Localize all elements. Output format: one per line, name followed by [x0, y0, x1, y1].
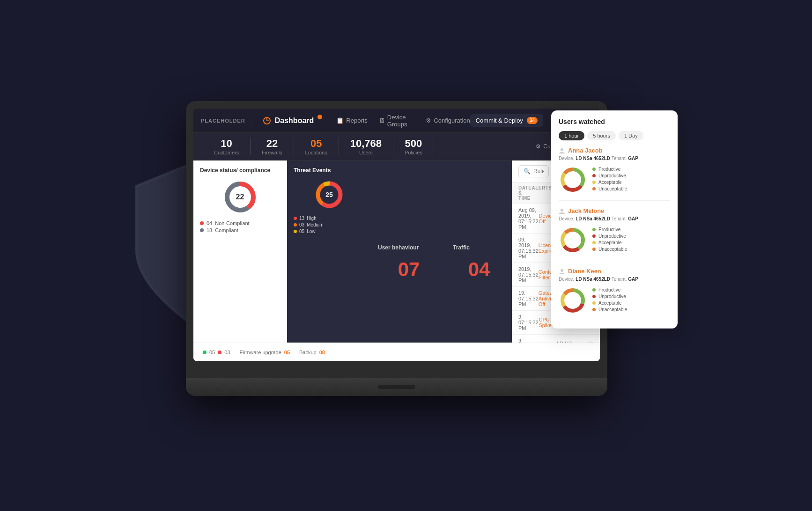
laptop-base: [186, 378, 607, 396]
non-compliant-count: 04: [207, 220, 212, 226]
legend-item-unacceptable: Unacceptable: [592, 247, 670, 252]
top-navigation: PLACEHOLDER Dashboard 📋 Reports: [193, 109, 600, 133]
legend-dot-icon: [592, 168, 596, 171]
filter-1day[interactable]: 1 Day: [619, 131, 643, 140]
user-header: Jack Melone: [559, 207, 670, 214]
customize-icon: ⚙: [536, 143, 541, 150]
search-icon: 🔍: [524, 168, 531, 175]
configuration-label: Configuration: [434, 117, 470, 124]
stat-locations: 05 Locations: [294, 138, 339, 155]
legend-dot-icon: [592, 288, 596, 292]
search-input-wrapper[interactable]: 🔍: [518, 165, 549, 177]
user-donut-chart: [559, 166, 587, 194]
svg-point-20: [561, 269, 563, 272]
main-content-area: Device status/ compliance 22 04 Non-Comp…: [193, 161, 600, 361]
svg-point-10: [561, 148, 563, 151]
laptop-notch: [378, 385, 415, 389]
traffic-title: Traffic: [453, 244, 470, 251]
nav-reports[interactable]: 📋 Reports: [336, 114, 368, 128]
filter-5hours[interactable]: 5 hours: [587, 131, 616, 140]
user-header: Diane Keen: [559, 268, 670, 275]
placeholder-label: PLACEHOLDER: [201, 118, 255, 124]
legend-label: Acceptable: [598, 180, 621, 185]
user-item: Diane Keen Device. LD NSa 4652LD Tenant.…: [559, 268, 670, 321]
device-status-donut: 22: [221, 178, 259, 216]
bottom-item-backup: Backup 08: [299, 350, 325, 355]
user-behaviour-panel: User behaviour 07: [371, 161, 446, 361]
nav-configuration[interactable]: ⚙ Configuration: [426, 114, 470, 128]
high-dot: [294, 217, 297, 220]
backup-count: 08: [319, 350, 325, 355]
filter-1hour[interactable]: 1 hour: [559, 131, 584, 140]
legend-item-productive: Productive: [592, 227, 670, 232]
dashboard-label: Dashboard: [275, 117, 314, 125]
reports-icon: 📋: [336, 117, 344, 124]
legend-label: Productive: [598, 287, 620, 292]
user-device-info: Device. LD NSa 4652LD Tenant. GAP: [559, 216, 670, 221]
search-input[interactable]: [533, 168, 544, 175]
legend-dot-icon: [592, 308, 596, 311]
legend-label: Unproductive: [598, 173, 626, 178]
legend-dot-icon: [592, 248, 596, 251]
nav-device-groups[interactable]: 🖥 Device Groups: [379, 114, 415, 128]
compliant-label: Compliant: [215, 227, 238, 233]
non-compliant-label: Non-Compliant: [215, 220, 249, 226]
legend-label: Acceptable: [598, 240, 621, 245]
backup-label: Backup: [299, 350, 317, 355]
red-dot-icon: [218, 350, 221, 354]
threat-low: 05 Low: [294, 229, 365, 234]
traffic-panel: Traffic 04: [446, 161, 512, 361]
cell-date: 19. 07:15:32 PM: [518, 290, 539, 307]
firewalls-label: Firewalls: [262, 150, 282, 155]
legend-item-productive: Productive: [592, 167, 670, 172]
commit-deploy-label: Commit & Deploy: [476, 117, 523, 124]
dashboard-title-area: Dashboard: [263, 117, 323, 125]
stat-firewalls: 22 Firewalls: [251, 138, 294, 155]
low-count: 05: [299, 229, 304, 234]
policies-num: 500: [405, 138, 422, 150]
legend-dot-icon: [592, 181, 596, 184]
bottom-bar: 05 03 Firmware upgrade 05 Backup 08: [193, 343, 600, 361]
stat-users: 10,768 Users: [339, 138, 393, 155]
medium-count: 03: [299, 222, 304, 227]
user-chart-row: Productive Unproductive Acceptable Unacc…: [559, 166, 670, 194]
legend-label: Productive: [598, 167, 620, 172]
cell-date: 09, 2019, 07:15:32 PM: [518, 237, 539, 259]
legend-dot-icon: [592, 174, 596, 177]
user-name: Jack Melone: [568, 207, 604, 214]
threat-events-title: Threat Events: [294, 167, 365, 174]
user-item: Anna Jacob Device. LD NSa 4652LD Tenant.…: [559, 147, 670, 201]
user-device-info: Device. LD NSa 4652LD Tenant. GAP: [559, 277, 670, 282]
bottom-count-2: 03: [224, 350, 230, 355]
medium-dot: [294, 223, 297, 226]
col-date: Date & Time: [518, 185, 531, 201]
legend-dot-icon: [592, 241, 596, 244]
user-item: Jack Melone Device. LD NSa 4652LD Tenant…: [559, 207, 670, 261]
traffic-value: 04: [468, 258, 490, 281]
cell-date: 2019, 07:15:32 PM: [518, 266, 539, 283]
user-name: Anna Jacob: [568, 147, 603, 154]
device-status-panel: Device status/ compliance 22 04 Non-Comp…: [193, 161, 287, 361]
stat-policies: 500 Policies: [393, 138, 434, 155]
firmware-count: 05: [284, 350, 290, 355]
legend-item-acceptable: Acceptable: [592, 180, 670, 185]
laptop-screen: PLACEHOLDER Dashboard 📋 Reports: [193, 109, 600, 361]
low-dot: [294, 230, 297, 233]
user-icon: [559, 147, 565, 154]
customers-num: 10: [221, 138, 232, 150]
legend-item-acceptable: Acceptable: [592, 300, 670, 306]
user-chart-row: Productive Unproductive Acceptable Unacc…: [559, 286, 670, 314]
user-device-info: Device. LD NSa 4652LD Tenant. GAP: [559, 156, 670, 161]
legend-dot-icon: [592, 187, 596, 190]
dashboard-icon: [263, 117, 271, 125]
high-label: High: [307, 216, 317, 221]
users-num: 10,768: [350, 138, 382, 150]
commit-deploy-button[interactable]: Commit & Deploy 34: [470, 114, 543, 127]
non-compliant-dot: [200, 221, 204, 225]
non-compliant-legend: 04 Non-Compliant: [200, 220, 280, 226]
user-header: Anna Jacob: [559, 147, 670, 154]
user-donut-chart: [559, 226, 587, 254]
compliant-legend: 18 Compliant: [200, 227, 280, 233]
legend-item-unproductive: Unproductive: [592, 234, 670, 239]
user-legend: Productive Unproductive Acceptable Unacc…: [592, 227, 670, 253]
